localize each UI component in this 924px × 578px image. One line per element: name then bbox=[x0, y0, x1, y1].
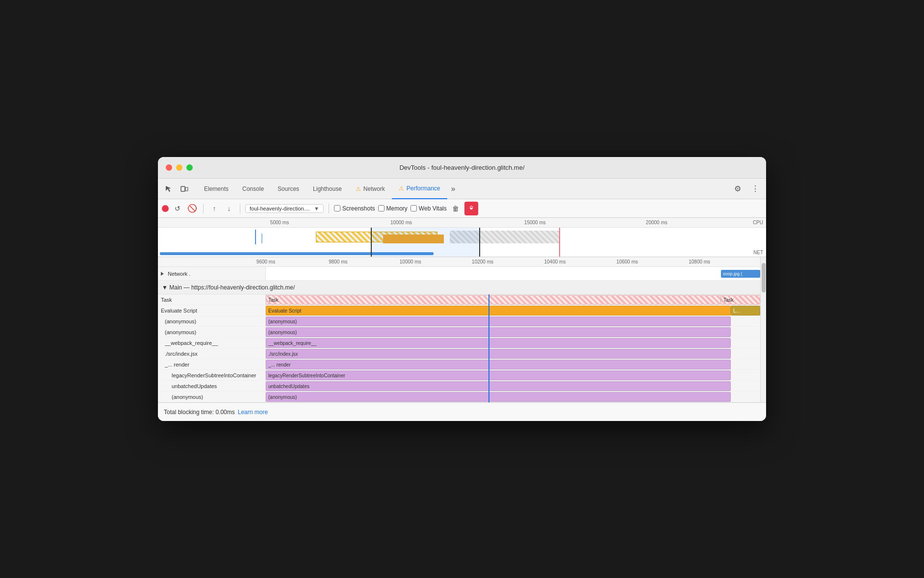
task-block-left: Task bbox=[266, 295, 721, 305]
net-label: NET bbox=[753, 250, 763, 255]
right-scrollbar[interactable] bbox=[760, 257, 766, 402]
evaluate-label: Evaluate Script bbox=[158, 305, 266, 315]
legacy-render-label: legacyRenderSubtreeIntoContainer bbox=[158, 370, 266, 380]
memory-checkbox-group: Memory bbox=[378, 205, 408, 212]
bottom-bar: Total blocking time: 0.00ms Learn more bbox=[158, 402, 766, 421]
webpack-row[interactable]: __webpack_require__ __webpack_require__ bbox=[158, 338, 760, 348]
maximize-button[interactable] bbox=[186, 164, 193, 171]
unbatched-row[interactable]: unbatchedUpdates unbatchedUpdates bbox=[158, 381, 760, 392]
legacy-render-block: legacyRenderSubtreeIntoContainer bbox=[266, 370, 731, 380]
svg-rect-1 bbox=[185, 187, 188, 191]
anon-block-2: (anonymous) bbox=[266, 327, 731, 337]
legacy-render-row[interactable]: legacyRenderSubtreeIntoContainer legacyR… bbox=[158, 370, 760, 381]
render-content: _... render bbox=[266, 359, 760, 369]
unbatched-block: unbatchedUpdates bbox=[266, 381, 731, 391]
devtools-window: DevTools - foul-heavenly-direction.glitc… bbox=[158, 157, 766, 421]
cpu-spike-2 bbox=[261, 234, 262, 243]
record-button[interactable] bbox=[162, 205, 169, 212]
cpu-spike-1 bbox=[255, 230, 256, 244]
inspect-icon[interactable] bbox=[162, 182, 176, 196]
index-row[interactable]: ./src/index.jsx ./src/index.jsx bbox=[158, 348, 760, 359]
evaluate-script-row[interactable]: Evaluate Script Evaluate Script L... bbox=[158, 305, 760, 316]
refresh-button[interactable]: ↺ bbox=[172, 203, 183, 214]
svg-rect-0 bbox=[181, 186, 185, 191]
web-vitals-checkbox[interactable] bbox=[411, 205, 417, 211]
content-wrapper: 9600 ms 9800 ms 10000 ms 10200 ms 10400 … bbox=[158, 257, 766, 402]
separator-2 bbox=[240, 204, 240, 213]
webpack-content: __webpack_require__ bbox=[266, 338, 760, 348]
settings-button[interactable] bbox=[464, 202, 478, 215]
anon-label-2: (anonymous) bbox=[158, 327, 266, 337]
main-section-header: ▼ Main — https://foul-heavenly-direction… bbox=[158, 281, 760, 294]
task-block-right: Task bbox=[721, 295, 760, 305]
title-bar: DevTools - foul-heavenly-direction.glitc… bbox=[158, 157, 766, 179]
task-content: Task Task bbox=[266, 294, 760, 305]
detail-ruler-10200: 10200 ms bbox=[472, 259, 493, 264]
settings-icon[interactable]: ⚙ bbox=[731, 182, 744, 196]
window-controls bbox=[166, 164, 193, 171]
task-label: Task bbox=[158, 294, 266, 305]
toolbar-icons bbox=[162, 182, 191, 196]
index-label: ./src/index.jsx bbox=[158, 348, 266, 359]
timeline-overview[interactable]: 5000 ms 10000 ms 15000 ms 20000 ms CPU N… bbox=[158, 218, 766, 257]
screenshots-checkbox-group: Screenshots bbox=[334, 205, 375, 212]
more-tabs-button[interactable]: » bbox=[447, 179, 460, 199]
blue-line-marker bbox=[488, 294, 489, 402]
webpack-block: __webpack_require__ bbox=[266, 338, 731, 348]
screenshots-checkbox[interactable] bbox=[334, 205, 340, 211]
device-toggle-icon[interactable] bbox=[178, 182, 191, 196]
anon-label-3: (anonymous) bbox=[158, 392, 266, 402]
upload-button[interactable]: ↑ bbox=[208, 203, 220, 214]
anon-row-1[interactable]: (anonymous) (anonymous) bbox=[158, 316, 760, 327]
time-ruler-detail: 9600 ms 9800 ms 10000 ms 10200 ms 10400 … bbox=[158, 257, 760, 267]
cpu-label: CPU bbox=[753, 220, 763, 225]
ruler-label-10000: 10000 ms bbox=[390, 220, 412, 225]
network-track[interactable]: Network . soop.jpg ( bbox=[158, 267, 760, 281]
index-content: ./src/index.jsx bbox=[266, 348, 760, 359]
timeline-tracks: NET bbox=[158, 228, 766, 257]
detail-ruler-10800: 10800 ms bbox=[689, 259, 710, 264]
network-label-text: Network . bbox=[168, 271, 190, 277]
tab-network[interactable]: ⚠ Network bbox=[349, 179, 392, 199]
render-block: _... render bbox=[266, 360, 731, 369]
evaluate-block-right: L... bbox=[731, 306, 760, 315]
trash-button[interactable]: 🗑 bbox=[450, 203, 462, 214]
close-button[interactable] bbox=[166, 164, 172, 171]
network-track-label: Network . bbox=[158, 267, 266, 280]
detail-ruler-9800: 9800 ms bbox=[329, 259, 347, 264]
anon-row-2[interactable]: (anonymous) (anonymous) bbox=[158, 327, 760, 338]
selector-chevron-icon: ▼ bbox=[314, 206, 319, 211]
render-row[interactable]: _... render _... render bbox=[158, 359, 760, 370]
separator-1 bbox=[203, 204, 204, 213]
task-row[interactable]: Task Task Task bbox=[158, 294, 760, 305]
download-button[interactable]: ↓ bbox=[223, 203, 235, 214]
webpack-label: __webpack_require__ bbox=[158, 338, 266, 348]
render-label: _... render bbox=[158, 359, 266, 369]
network-warning-icon: ⚠ bbox=[356, 185, 361, 192]
tab-lighthouse[interactable]: Lighthouse bbox=[306, 179, 349, 199]
anon-content-1: (anonymous) bbox=[266, 316, 760, 326]
performance-warning-icon: ⚠ bbox=[399, 185, 404, 192]
tab-sources[interactable]: Sources bbox=[271, 179, 306, 199]
stop-button[interactable]: 🚫 bbox=[186, 203, 198, 214]
profile-selector[interactable]: foul-heavenly-direction.... ▼ bbox=[245, 204, 324, 213]
toolbar-right: ⚙ ⋮ bbox=[731, 182, 762, 196]
tab-console[interactable]: Console bbox=[235, 179, 271, 199]
memory-checkbox[interactable] bbox=[378, 205, 385, 211]
more-options-icon[interactable]: ⋮ bbox=[748, 182, 762, 196]
tab-elements[interactable]: Elements bbox=[197, 179, 235, 199]
minimize-button[interactable] bbox=[176, 164, 182, 171]
nav-tabs: Elements Console Sources Lighthouse ⚠ Ne… bbox=[197, 179, 731, 199]
scrollbar-thumb[interactable] bbox=[762, 263, 766, 292]
network-track-content: soop.jpg ( bbox=[266, 267, 760, 280]
anon-block-3: (anonymous) bbox=[266, 392, 731, 402]
index-block: ./src/index.jsx bbox=[266, 349, 731, 359]
unbatched-label: unbatchedUpdates bbox=[158, 381, 266, 391]
record-bar: ↺ 🚫 ↑ ↓ foul-heavenly-direction.... ▼ Sc… bbox=[158, 199, 766, 218]
evaluate-block: Evaluate Script bbox=[266, 306, 731, 315]
detail-ruler-10000: 10000 ms bbox=[400, 259, 421, 264]
learn-more-link[interactable]: Learn more bbox=[238, 409, 268, 416]
anon-row-3[interactable]: (anonymous) (anonymous) bbox=[158, 392, 760, 402]
flame-chart-area: 9600 ms 9800 ms 10000 ms 10200 ms 10400 … bbox=[158, 257, 760, 402]
tab-performance[interactable]: ⚠ Performance bbox=[392, 179, 447, 199]
